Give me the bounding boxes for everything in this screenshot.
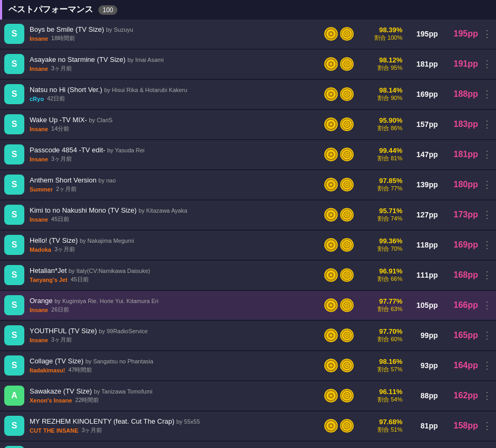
weighted-pp: 164pp — [446, 361, 478, 370]
more-button[interactable]: ⋮ — [482, 149, 492, 160]
time-text: 2ヶ月前 — [56, 185, 77, 193]
more-button[interactable]: ⋮ — [482, 330, 492, 341]
more-button[interactable]: ⋮ — [482, 179, 492, 190]
song-title: Passcode 4854 -TV edit- by Yasuda Rei — [30, 146, 324, 154]
raw-pp: 181pp — [409, 60, 438, 68]
song-title: Collage (TV Size) by Sangatsu no Phantas… — [30, 357, 324, 365]
song-info: Hetalian*Jet by Italy(CV:Namikawa Daisuk… — [30, 267, 324, 284]
accuracy: 98.14% — [379, 86, 402, 94]
raw-pp: 99pp — [409, 331, 438, 340]
weighted-pp: 169pp — [446, 240, 478, 250]
combo: 割合 60% — [378, 335, 402, 343]
more-button[interactable]: ⋮ — [482, 88, 492, 100]
diff-tag: Insane — [30, 156, 48, 162]
more-button[interactable]: ⋮ — [482, 420, 492, 432]
svg-point-62 — [346, 275, 348, 276]
list-item: S Nichijou Decoration by Petit Rabbit's … — [0, 442, 496, 448]
score-section: 97.77% 割合 63% — [360, 297, 402, 313]
svg-point-65 — [330, 304, 332, 306]
combo: 割合 54% — [378, 396, 402, 404]
mod-icons — [324, 419, 354, 433]
svg-point-90 — [346, 395, 348, 397]
page-title: ベストパフォーマンス — [8, 4, 93, 15]
avatar: S — [4, 144, 24, 164]
svg-point-79 — [330, 364, 332, 367]
song-title: Natsu no Hi (Short Ver.) by Hisui Rika &… — [30, 86, 324, 94]
mod-icons — [324, 57, 354, 71]
raw-pp: 147pp — [409, 150, 438, 159]
time-text: 47時間前 — [68, 366, 92, 374]
accuracy: 95.71% — [379, 207, 402, 215]
more-button[interactable]: ⋮ — [482, 239, 492, 251]
svg-point-27 — [346, 124, 348, 125]
song-title: Kimi to no Nakushi Mono (TV Size) by Kit… — [30, 206, 324, 214]
raw-pp: 127pp — [409, 211, 438, 219]
weighted-pp: 173pp — [446, 210, 478, 220]
svg-point-93 — [330, 425, 332, 427]
accuracy: 97.70% — [379, 327, 402, 335]
more-button[interactable]: ⋮ — [482, 360, 492, 371]
combo: 割合 66% — [378, 275, 402, 283]
accuracy: 95.90% — [379, 116, 402, 124]
svg-point-41 — [346, 184, 348, 186]
raw-pp: 111pp — [409, 271, 438, 279]
weighted-pp: 166pp — [446, 300, 478, 310]
svg-point-51 — [330, 244, 332, 246]
avatar: S — [4, 325, 24, 345]
score-section: 98.39% 割合 100% — [360, 26, 402, 42]
diff-tag: CUT THE INSANE — [30, 427, 78, 434]
weighted-pp: 158pp — [446, 421, 478, 431]
song-meta: Insane 3ヶ月前 — [30, 65, 324, 72]
time-text: 26日前 — [51, 306, 69, 314]
accuracy: 98.16% — [379, 358, 402, 365]
list-item: S Anthem Short Version by nao Summer 2ヶ月… — [0, 170, 496, 199]
avatar: A — [4, 386, 24, 406]
song-title: YOUTHFUL (TV Size) by 99RadioService — [30, 327, 324, 335]
performance-list: S Boys be Smile (TV Size) by Suzuyu Insa… — [0, 20, 496, 448]
svg-point-97 — [346, 425, 348, 427]
svg-point-9 — [330, 63, 332, 65]
weighted-pp: 191pp — [446, 59, 478, 69]
more-button[interactable]: ⋮ — [482, 28, 492, 40]
song-meta: Summer 2ヶ月前 — [30, 185, 324, 193]
score-section: 97.85% 割合 77% — [360, 177, 402, 193]
time-text: 45日前 — [51, 215, 69, 223]
raw-pp: 169pp — [409, 90, 438, 98]
more-button[interactable]: ⋮ — [482, 58, 492, 70]
list-item: S Wake Up -TV MIX- by ClariS Insane 14分前 — [0, 110, 496, 139]
list-item: S Passcode 4854 -TV edit- by Yasuda Rei … — [0, 140, 496, 169]
song-title: Asayake no Starmine (TV Size) by Imai As… — [30, 56, 324, 63]
combo: 割合 74% — [378, 215, 402, 223]
svg-point-58 — [330, 274, 332, 276]
mod-icons — [324, 208, 354, 222]
list-item: S Hello! (TV Size) by Nakajima Megumi Ma… — [0, 231, 496, 260]
song-title: Anthem Short Version by nao — [30, 176, 324, 184]
svg-point-16 — [330, 93, 332, 95]
weighted-pp: 188pp — [446, 89, 478, 99]
song-title: Orange by Kugimiya Rie. Horie Yui. Kitam… — [30, 297, 324, 305]
raw-pp: 88pp — [409, 391, 438, 400]
list-item: S Kimi to no Nakushi Mono (TV Size) by K… — [0, 200, 496, 230]
song-meta: Insane 3ヶ月前 — [30, 155, 324, 163]
list-item: S MY REZHEM KINOLENTY (feat. Cut The Cra… — [0, 412, 496, 441]
score-section: 96.11% 割合 54% — [360, 388, 402, 404]
list-item: S Natsu no Hi (Short Ver.) by Hisui Rika… — [0, 80, 496, 109]
score-section: 95.71% 割合 74% — [360, 207, 402, 223]
list-item: S Collage (TV Size) by Sangatsu no Phant… — [0, 351, 496, 380]
more-button[interactable]: ⋮ — [482, 269, 492, 281]
combo: 割合 63% — [378, 305, 402, 313]
score-section: 98.12% 割合 95% — [360, 56, 402, 72]
song-info: MY REZHEM KINOLENTY (feat. Cut The Crap)… — [30, 417, 324, 434]
song-meta: Itadakimasu! 47時間前 — [30, 366, 324, 374]
more-button[interactable]: ⋮ — [482, 299, 492, 311]
more-button[interactable]: ⋮ — [482, 390, 492, 401]
more-button[interactable]: ⋮ — [482, 118, 492, 130]
song-meta: Insane 45日前 — [30, 215, 324, 223]
song-meta: Insane 3ヶ月前 — [30, 336, 324, 344]
svg-point-2 — [330, 33, 332, 35]
song-title: Hetalian*Jet by Italy(CV:Namikawa Daisuk… — [30, 267, 324, 275]
list-item: S Asayake no Starmine (TV Size) by Imai … — [0, 50, 496, 79]
song-info: YOUTHFUL (TV Size) by 99RadioService Ins… — [30, 327, 324, 344]
more-button[interactable]: ⋮ — [482, 209, 492, 221]
avatar: S — [4, 175, 24, 195]
